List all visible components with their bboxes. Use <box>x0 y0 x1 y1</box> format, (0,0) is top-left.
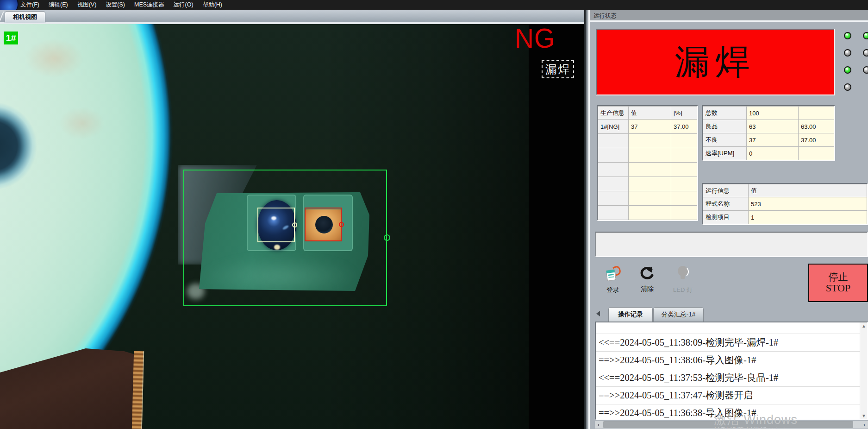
production-cell-percent <box>671 134 697 148</box>
tab-strip-divider <box>0 22 584 24</box>
production-cell-value <box>629 134 671 148</box>
run-info-row: 程式名称 523 <box>703 197 867 211</box>
production-cell-label <box>598 206 629 220</box>
production-cell-label <box>598 148 629 163</box>
run-status-panel: 运行状态 漏焊 生产信息值[%] 1#[NG <box>590 10 868 429</box>
result-ng-label: NG <box>515 24 555 53</box>
scroll-down-icon[interactable]: ▼ <box>862 413 866 418</box>
refresh-arrow-icon <box>638 265 656 282</box>
roi-pass-notch <box>292 222 297 227</box>
login-button[interactable]: 登录 <box>598 265 628 294</box>
camera-image-copper-edge <box>132 351 144 429</box>
indicator-lights-right <box>863 32 868 74</box>
log-entry[interactable]: ==>>2024-05-05_11:38:06-导入图像-1# <box>596 351 860 369</box>
led-label: LED 灯 <box>673 286 693 294</box>
operation-log-list: <<==2024-05-05_11:38:09-检测完毕-漏焊-1#==>>20… <box>595 322 868 420</box>
tab-operation-log[interactable]: 操作记录 <box>608 307 653 322</box>
production-table-row <box>598 206 697 220</box>
stop-label-en: STOP <box>826 283 850 294</box>
scroll-up-icon[interactable]: ▲ <box>862 323 866 328</box>
menu-item[interactable]: 编辑(E) <box>44 0 73 10</box>
production-table-header: 生产信息 <box>598 107 629 120</box>
stats-table-row: 良品 63 63.00 <box>703 120 834 133</box>
scroll-right-icon[interactable]: › <box>861 421 868 429</box>
stats-cell-value: 63 <box>747 120 799 133</box>
scrollbar-thumb[interactable] <box>603 421 853 428</box>
production-cell-value <box>629 177 671 191</box>
stats-table-row: 总数 100 <box>703 107 834 120</box>
run-info-table: 运行信息值 程式名称 523 检测项目 1 <box>702 183 868 225</box>
tab-camera-view[interactable]: 相机视图 <box>5 11 45 23</box>
menu-item[interactable]: 运行(O) <box>169 0 198 10</box>
tab-scroll-left-icon[interactable] <box>593 311 600 316</box>
stop-label-cn: 停止 <box>829 271 848 283</box>
production-table-row <box>598 191 697 206</box>
production-cell-percent <box>671 191 697 206</box>
production-table-row <box>598 177 697 191</box>
roi-fail-box <box>305 208 342 241</box>
production-cell-percent: 37.00 <box>671 120 697 134</box>
production-table-header: [%] <box>671 107 697 120</box>
defect-tag-label: 漏焊 <box>542 60 574 78</box>
run-info-label: 程式名称 <box>703 197 749 211</box>
log-rows: <<==2024-05-05_11:38:09-检测完毕-漏焊-1#==>>20… <box>596 334 860 420</box>
clear-button[interactable]: 清除 <box>632 265 662 293</box>
menu-item[interactable]: 文件(F) <box>16 0 44 10</box>
production-cell-value <box>629 191 671 206</box>
app-logo-icon[interactable] <box>0 0 19 10</box>
scrollbar-track[interactable] <box>602 421 861 429</box>
stop-button[interactable]: 停止 STOP <box>808 264 868 302</box>
run-info-label: 检测项目 <box>703 211 749 224</box>
menu-item[interactable]: MES连接器 <box>130 0 169 10</box>
production-cell-value <box>629 163 671 177</box>
camera-id-badge: 1# <box>4 32 18 44</box>
production-cell-value: 37 <box>629 120 671 134</box>
id-badge-icon <box>604 265 622 283</box>
log-entry[interactable]: <<==2024-05-05_11:38:09-检测完毕-漏焊-1# <box>596 334 860 351</box>
production-table-row <box>598 163 697 177</box>
production-cell-percent <box>671 177 697 191</box>
production-cell-label <box>598 191 629 206</box>
tab-classification-summary[interactable]: 分类汇总-1# <box>653 307 704 322</box>
led-light-button[interactable]: LED 灯 <box>668 265 698 294</box>
production-table: 生产信息值[%] 1#[NG] 37 37.00 <box>597 105 698 221</box>
run-info-value: 1 <box>749 211 867 224</box>
stats-cell-percent <box>799 107 834 120</box>
light-bulb-icon <box>674 265 691 283</box>
run-info-header: 值 <box>749 184 867 197</box>
pane-splitter[interactable] <box>584 10 590 429</box>
clear-label: 清除 <box>641 285 654 293</box>
stats-cell-label: 速率[UPM] <box>703 147 747 160</box>
roi-pass-box <box>257 208 295 242</box>
stats-cell-percent: 37.00 <box>799 133 834 147</box>
camera-image-black-band <box>529 24 584 429</box>
stats-table: 总数 100 良品 63 63.00 不良 37 <box>702 105 835 161</box>
indicator-light <box>844 32 851 39</box>
menu-item[interactable]: 帮助(H) <box>198 0 227 10</box>
camera-tab-strip: 相机视图 <box>0 10 584 22</box>
production-table-row <box>598 148 697 163</box>
indicator-lights-left <box>844 32 851 91</box>
menu-item[interactable]: 设置(S) <box>101 0 130 10</box>
indicator-light <box>844 49 851 57</box>
indicator-light <box>863 49 868 57</box>
log-vertical-scrollbar[interactable]: ▲ ▼ <box>860 322 867 419</box>
menu-item[interactable]: 视图(V) <box>73 0 101 10</box>
stats-cell-value: 100 <box>747 107 799 120</box>
log-entry[interactable]: ==>>2024-05-05_11:36:38-导入图像-1# <box>596 404 860 420</box>
indicator-light <box>844 66 851 74</box>
log-entry[interactable]: ==>>2024-05-05_11:37:47-检测器开启 <box>596 386 860 404</box>
stats-cell-label: 总数 <box>703 107 747 120</box>
log-entry[interactable]: <<==2024-05-05_11:37:53-检测完毕-良品-1# <box>596 369 860 386</box>
production-cell-percent <box>671 148 697 163</box>
stats-cell-percent <box>799 147 834 160</box>
scroll-left-icon[interactable]: ‹ <box>595 421 602 429</box>
log-horizontal-scrollbar[interactable]: ‹ › <box>595 421 868 429</box>
production-table-row: 1#[NG] 37 37.00 <box>598 120 697 134</box>
message-box[interactable] <box>595 232 868 257</box>
menu-items: 文件(F)编辑(E)视图(V)设置(S)MES连接器运行(O)帮助(H) <box>16 0 227 10</box>
login-label: 登录 <box>606 286 619 294</box>
panel-title: 运行状态 <box>590 10 868 22</box>
stats-cell-label: 不良 <box>703 133 747 147</box>
camera-view-image[interactable]: 1# NG 漏焊 <box>0 24 584 429</box>
